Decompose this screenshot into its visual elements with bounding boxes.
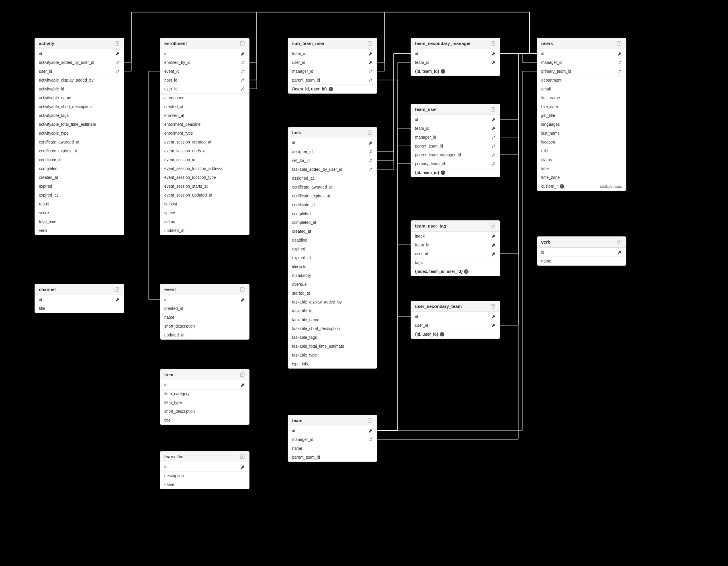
table-enrollment[interactable]: enrollmentidenrolled_by_idevent_idhost_i… xyxy=(160,38,249,235)
expand-icon[interactable] xyxy=(367,130,373,135)
table-header[interactable]: task xyxy=(288,127,377,138)
field-row: title xyxy=(160,416,249,424)
table-team[interactable]: teamidmanager_idnameparent_team_id xyxy=(288,415,377,462)
expand-icon[interactable] xyxy=(367,41,373,46)
table-sub_team_user[interactable]: sub_team_userteam_iduser_idmanager_idpar… xyxy=(288,38,377,94)
field-name: certificate_expires_at xyxy=(39,149,77,153)
field-name: id xyxy=(292,429,295,433)
table-header[interactable]: verb xyxy=(537,237,626,248)
table-header[interactable]: learn_list xyxy=(160,451,249,462)
expand-icon[interactable] xyxy=(490,41,496,46)
table-event[interactable]: eventidcreated_atnameshort_descriptionup… xyxy=(160,284,249,340)
table-header[interactable]: channel xyxy=(35,284,124,295)
table-header[interactable]: users xyxy=(537,38,626,49)
table-user_secondary_team[interactable]: user_secondary_teamiduser_id{id, user_id… xyxy=(411,301,500,339)
expand-icon[interactable] xyxy=(490,304,496,309)
field-row: enrolled_at xyxy=(160,111,249,120)
svg-point-19 xyxy=(494,162,495,163)
field-row: team_id xyxy=(411,124,500,133)
field-row: tags xyxy=(411,258,500,267)
expand-icon[interactable] xyxy=(114,41,120,46)
field-row: assigned_at xyxy=(288,174,377,183)
table-team_user_tag[interactable]: team_user_tagindexteam_iduser_idtags{ind… xyxy=(411,220,500,276)
field-name: assigner_id xyxy=(292,150,313,154)
table-header[interactable]: item xyxy=(160,369,249,380)
field-name: id xyxy=(541,250,544,254)
relationship-line xyxy=(500,53,537,254)
table-header[interactable]: team_user_tag xyxy=(411,221,500,232)
expand-icon[interactable] xyxy=(616,41,622,46)
field-name: created_at xyxy=(164,105,183,109)
field-name: department xyxy=(541,78,562,82)
expand-icon[interactable] xyxy=(239,287,245,292)
relationship-line xyxy=(500,53,537,325)
table-activity[interactable]: activityidactivityable_added_by_user_idu… xyxy=(35,38,124,235)
table-learn_list[interactable]: learn_listiddescriptionname xyxy=(160,451,249,489)
field-name: name xyxy=(292,446,302,451)
expand-icon[interactable] xyxy=(239,372,245,377)
expand-icon[interactable] xyxy=(239,454,245,459)
table-header[interactable]: team xyxy=(288,415,377,426)
field-row: name xyxy=(160,480,249,489)
field-name: lifecycle xyxy=(292,265,307,269)
field-name: user_id xyxy=(415,252,428,256)
field-row: expired_at xyxy=(35,191,124,199)
field-row: enrolled_by_id xyxy=(160,58,249,67)
field-name: manager_id xyxy=(292,437,313,442)
field-row: taskable_added_by_user_id xyxy=(288,165,377,174)
field-row: hire_date xyxy=(537,102,626,111)
field-row: completed xyxy=(288,209,377,218)
svg-point-6 xyxy=(243,79,244,79)
field-name: id xyxy=(164,297,168,302)
table-item[interactable]: itemiditem_categoryitem_typeshort_descri… xyxy=(160,369,249,425)
fields: iditem_categoryitem_typeshort_descriptio… xyxy=(160,380,249,424)
field-name: event_session_created_at xyxy=(164,140,211,144)
field-row: department xyxy=(537,76,626,84)
field-row: {team_id, user_id}i xyxy=(288,84,377,93)
svg-point-1 xyxy=(118,61,119,62)
expand-icon[interactable] xyxy=(367,418,373,423)
expand-icon[interactable] xyxy=(490,223,496,229)
foreign-key-icon xyxy=(368,167,373,172)
expand-icon[interactable] xyxy=(239,41,245,46)
table-header[interactable]: team_secondary_manager xyxy=(411,38,500,49)
table-header[interactable]: activity xyxy=(35,38,124,49)
table-header[interactable]: enrollment xyxy=(160,38,249,49)
table-verb[interactable]: verbidname xyxy=(537,236,626,266)
field-row: {index, team_id, user_id}i xyxy=(411,267,500,276)
field-name: event_id xyxy=(164,69,180,74)
field-name: short_description xyxy=(164,324,195,328)
expand-icon[interactable] xyxy=(490,107,496,112)
table-team_secondary_manager[interactable]: team_secondary_manageridteam_id{id, team… xyxy=(411,38,500,76)
relationship-line xyxy=(377,164,411,431)
field-row: manager_id xyxy=(411,133,500,142)
field-row: activityable_name xyxy=(35,93,124,102)
field-name: email xyxy=(541,87,551,91)
table-title: channel xyxy=(39,287,56,292)
field-name: event_session_updated_at xyxy=(164,193,213,197)
expand-icon[interactable] xyxy=(616,239,622,245)
fields: idname xyxy=(537,248,626,265)
field-row: id xyxy=(160,462,249,471)
field-row: certificate_expires_at xyxy=(288,191,377,200)
field-name: team_id xyxy=(415,60,429,65)
table-channel[interactable]: channelidtitle xyxy=(35,284,124,313)
table-header[interactable]: sub_team_user xyxy=(288,38,377,49)
table-users[interactable]: usersidmanager_idprimary_team_iddepartme… xyxy=(537,38,626,191)
fields: idcreated_atnameshort_descriptionupdated… xyxy=(160,295,249,339)
table-task[interactable]: taskidassigner_idset_for_idtaskable_adde… xyxy=(288,127,377,369)
table-header[interactable]: event xyxy=(160,284,249,295)
field-name: languages xyxy=(541,122,560,127)
field-name: name xyxy=(541,259,551,263)
field-name: id xyxy=(415,51,418,56)
svg-point-10 xyxy=(371,79,372,79)
field-name: taskable_name xyxy=(292,318,319,322)
field-name: space xyxy=(164,211,175,215)
table-header[interactable]: user_secondary_team xyxy=(411,301,500,312)
field-row: job_title xyxy=(537,111,626,120)
field-row: activityable_short_description xyxy=(35,102,124,111)
table-team_user[interactable]: team_useridteam_idmanager_idparent_team_… xyxy=(411,104,500,177)
table-header[interactable]: team_user xyxy=(411,104,500,115)
field-name: set_for_id xyxy=(292,158,310,163)
expand-icon[interactable] xyxy=(114,287,120,292)
